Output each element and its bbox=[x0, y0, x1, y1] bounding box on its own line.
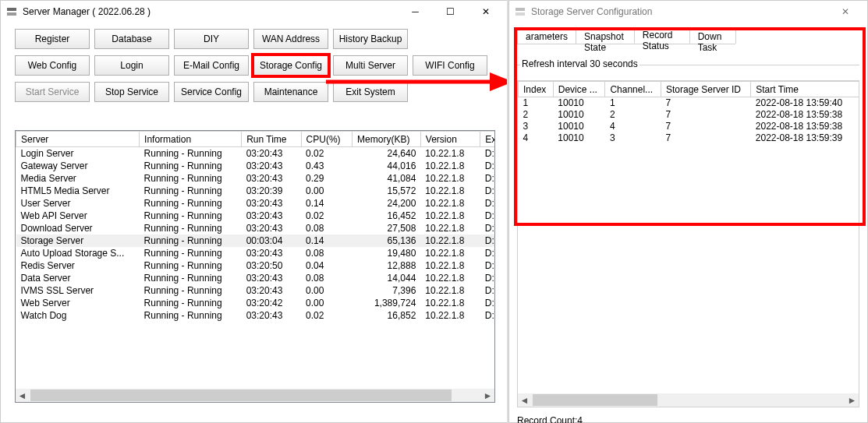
minimize-button[interactable]: ─ bbox=[398, 1, 433, 23]
refresh-interval-label: Refresh interval 30 seconds bbox=[520, 58, 639, 69]
exit-system-button[interactable]: Exit System bbox=[333, 82, 408, 102]
tab-snapshot-state[interactable]: Snapshot State bbox=[576, 29, 635, 44]
svg-rect-0 bbox=[7, 8, 16, 11]
svg-rect-4 bbox=[515, 8, 525, 11]
scroll-right-icon[interactable]: ► bbox=[481, 389, 494, 402]
maintenance-button[interactable]: Maintenance bbox=[253, 82, 328, 102]
multi-server-button[interactable]: Multi Server bbox=[333, 55, 408, 76]
storage-config-window: Storage Server Configuration ✕ arameters… bbox=[508, 0, 868, 423]
scroll-left-icon[interactable]: ◄ bbox=[16, 389, 29, 402]
table-row[interactable]: Auto Upload Storage S...Running - Runnin… bbox=[16, 247, 496, 259]
tab-down-task[interactable]: Down Task bbox=[689, 29, 736, 44]
col-start-time[interactable]: Start Time bbox=[751, 82, 859, 97]
web-config-button[interactable]: Web Config bbox=[15, 55, 90, 76]
record-table[interactable]: Index Device ... Channel... Storage Serv… bbox=[518, 81, 859, 144]
table-row[interactable]: Media ServerRunning - Running03:20:430.2… bbox=[16, 172, 496, 185]
table-row[interactable]: Watch DogRunning - Running03:20:430.0216… bbox=[16, 309, 496, 322]
col-version[interactable]: Version bbox=[420, 132, 480, 147]
col-storage-server-id[interactable]: Storage Server ID bbox=[661, 82, 750, 97]
col-index[interactable]: Index bbox=[519, 82, 554, 97]
table-row[interactable]: Redis ServerRunning - Running03:20:500.0… bbox=[16, 259, 496, 272]
table-row[interactable]: Download ServerRunning - Running03:20:43… bbox=[16, 222, 496, 234]
table-row[interactable]: 310010472022-08-18 13:59:38Timing bbox=[519, 121, 860, 132]
table-row[interactable]: Data ServerRunning - Running03:20:430.08… bbox=[16, 272, 496, 284]
button-grid: Register Database DIY WAN Address Histor… bbox=[1, 23, 508, 107]
login-button[interactable]: Login bbox=[94, 55, 169, 76]
app-icon bbox=[514, 5, 526, 18]
tab-parameters[interactable]: arameters bbox=[517, 29, 576, 44]
table-row[interactable]: User ServerRunning - Running03:20:430.14… bbox=[16, 197, 496, 210]
server-table[interactable]: Server Information Run Time CPU(%) Memor… bbox=[16, 131, 495, 322]
record-table-container: Index Device ... Channel... Storage Serv… bbox=[517, 80, 859, 407]
start-service-button[interactable]: Start Service bbox=[15, 82, 90, 102]
table-row[interactable]: HTML5 Media ServerRunning - Running03:20… bbox=[16, 185, 496, 197]
table-row[interactable]: Web API ServerRunning - Running03:20:430… bbox=[16, 210, 496, 222]
col-memory[interactable]: Memory(KB) bbox=[353, 132, 421, 147]
col-server[interactable]: Server bbox=[16, 132, 140, 147]
col-channel[interactable]: Channel... bbox=[605, 82, 661, 97]
table-row[interactable]: 210010272022-08-18 13:59:38Timing bbox=[519, 109, 860, 121]
table-row[interactable]: Web ServerRunning - Running03:20:420.001… bbox=[16, 297, 496, 309]
close-button[interactable]: ✕ bbox=[468, 1, 503, 23]
maximize-button[interactable]: ☐ bbox=[433, 1, 468, 23]
database-button[interactable]: Database bbox=[94, 29, 169, 49]
wifi-config-button[interactable]: WIFI Config bbox=[413, 55, 487, 76]
server-table-header-row: Server Information Run Time CPU(%) Memor… bbox=[16, 132, 496, 147]
table-row[interactable]: 410010372022-08-18 13:59:39Timing bbox=[519, 132, 860, 144]
tab-strip: arameters Snapshot State Record Status D… bbox=[517, 27, 735, 44]
table-row[interactable]: Login ServerRunning - Running03:20:430.0… bbox=[16, 147, 496, 160]
scroll-thumb[interactable] bbox=[30, 390, 452, 401]
register-button[interactable]: Register bbox=[15, 29, 90, 49]
col-exe[interactable]: Exe bbox=[480, 132, 495, 147]
svg-rect-5 bbox=[515, 12, 525, 16]
svg-rect-1 bbox=[7, 12, 16, 16]
service-config-button[interactable]: Service Config bbox=[174, 82, 249, 102]
history-backup-button[interactable]: History Backup bbox=[333, 29, 408, 49]
table-row[interactable]: Gateway ServerRunning - Running03:20:430… bbox=[16, 160, 496, 172]
col-runtime[interactable]: Run Time bbox=[242, 132, 301, 147]
close-button[interactable]: ✕ bbox=[827, 1, 863, 23]
storage-config-button[interactable]: Storage Config bbox=[253, 55, 328, 76]
titlebar: Server Manager ( 2022.06.28 ) ─ ☐ ✕ bbox=[1, 1, 508, 23]
record-count-label: Record Count:4 bbox=[517, 415, 583, 423]
server-manager-window: Server Manager ( 2022.06.28 ) ─ ☐ ✕ Regi… bbox=[0, 0, 508, 423]
col-cpu[interactable]: CPU(%) bbox=[301, 132, 353, 147]
table-row[interactable]: Storage ServerRunning - Running00:03:040… bbox=[16, 234, 496, 247]
titlebar: Storage Server Configuration ✕ bbox=[509, 1, 867, 23]
wan-address-button[interactable]: WAN Address bbox=[253, 29, 328, 49]
scroll-thumb[interactable] bbox=[533, 394, 657, 406]
stop-service-button[interactable]: Stop Service bbox=[94, 82, 169, 102]
server-table-hscroll[interactable]: ◄ ► bbox=[16, 389, 494, 402]
diy-button[interactable]: DIY bbox=[174, 29, 249, 49]
table-row[interactable]: 110010172022-08-18 13:59:40Timing bbox=[519, 97, 860, 109]
col-device[interactable]: Device ... bbox=[553, 82, 605, 97]
server-table-container: Server Information Run Time CPU(%) Memor… bbox=[15, 130, 495, 403]
window-title: Storage Server Configuration bbox=[531, 6, 827, 17]
scroll-right-icon[interactable]: ► bbox=[845, 393, 859, 407]
window-title: Server Manager ( 2022.06.28 ) bbox=[23, 6, 398, 17]
app-icon bbox=[5, 5, 18, 18]
tab-record-status[interactable]: Record Status bbox=[634, 27, 690, 44]
record-table-header-row: Index Device ... Channel... Storage Serv… bbox=[519, 82, 860, 97]
col-information[interactable]: Information bbox=[140, 132, 242, 147]
email-config-button[interactable]: E-Mail Config bbox=[174, 55, 249, 76]
table-row[interactable]: IVMS SSL ServerRunning - Running03:20:43… bbox=[16, 284, 496, 297]
scroll-left-icon[interactable]: ◄ bbox=[518, 393, 531, 407]
record-table-hscroll[interactable]: ◄ ► bbox=[518, 393, 859, 407]
